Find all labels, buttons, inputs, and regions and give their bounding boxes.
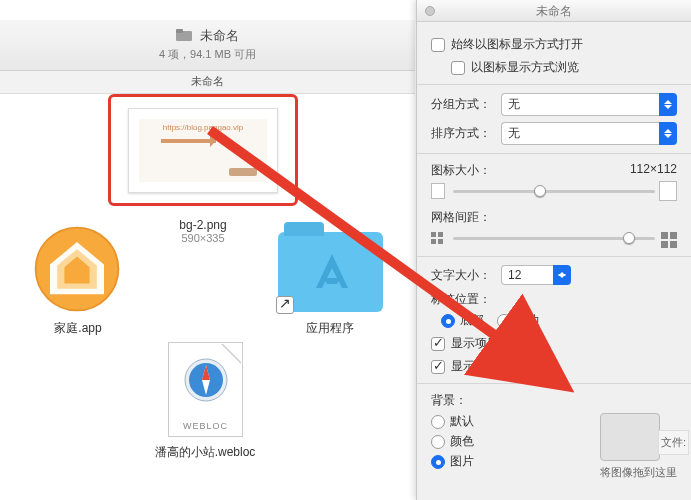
chevron-updown-icon bbox=[553, 265, 571, 285]
text-size-label: 文字大小： bbox=[431, 267, 501, 284]
small-page-icon bbox=[431, 183, 445, 199]
side-label: 文件: bbox=[658, 430, 689, 455]
show-info-checkbox[interactable]: 显示项目简介 bbox=[431, 335, 677, 352]
finder-window: 未命名 4 项，94.1 MB 可用 未命名 https://blog.pang… bbox=[0, 20, 415, 500]
window-title: 未命名 bbox=[200, 28, 239, 43]
view-options-panel: 未命名 始终以图标显示方式打开 以图标显示方式浏览 分组方式： 无 排序方式： … bbox=[416, 0, 691, 500]
home-app-label[interactable]: 家庭.app bbox=[8, 320, 148, 337]
bg-drop-hint: 将图像拖到这里 bbox=[600, 465, 677, 480]
close-dot[interactable] bbox=[425, 6, 435, 16]
webloc-tag: WEBLOC bbox=[169, 421, 242, 431]
large-page-icon bbox=[659, 181, 677, 201]
group-by-select[interactable]: 无 bbox=[501, 93, 677, 116]
bg-color-radio[interactable]: 颜色 bbox=[431, 433, 590, 450]
bg-image-radio[interactable]: 图片 bbox=[431, 453, 590, 470]
status-subtitle: 4 项，94.1 MB 可用 bbox=[0, 45, 415, 68]
icon-canvas[interactable]: https://blog.pangao.vip bg-2.png 590×335… bbox=[0, 94, 415, 494]
bg-default-radio[interactable]: 默认 bbox=[431, 413, 590, 430]
grid-spacing-label: 网格间距： bbox=[431, 209, 491, 226]
file-thumbnail[interactable]: https://blog.pangao.vip bbox=[128, 108, 278, 193]
inspector-titlebar[interactable]: 未命名 bbox=[417, 0, 691, 22]
grid-spacing-slider[interactable] bbox=[431, 230, 677, 246]
sort-by-label: 排序方式： bbox=[431, 125, 501, 142]
label-right-radio[interactable]: 右边 bbox=[497, 313, 540, 327]
applications-folder[interactable] bbox=[278, 232, 383, 312]
background-image-well[interactable] bbox=[600, 413, 660, 461]
webloc-file[interactable]: WEBLOC bbox=[168, 342, 243, 437]
group-by-label: 分组方式： bbox=[431, 96, 501, 113]
background-label: 背景： bbox=[431, 392, 677, 409]
safari-compass-icon bbox=[183, 357, 229, 403]
label-position-label: 标签位置： bbox=[431, 291, 677, 308]
sort-by-select[interactable]: 无 bbox=[501, 122, 677, 145]
apps-folder-label[interactable]: 应用程序 bbox=[260, 320, 400, 337]
path-bar[interactable]: 未命名 bbox=[0, 71, 415, 94]
finder-titlebar[interactable]: 未命名 4 项，94.1 MB 可用 bbox=[0, 20, 415, 71]
apps-a-icon bbox=[310, 250, 354, 294]
inspector-title: 未命名 bbox=[417, 0, 691, 22]
tight-grid-icon bbox=[431, 232, 443, 244]
file-name: bg-2.png bbox=[133, 218, 273, 232]
show-preview-checkbox[interactable]: 显示图标预览 bbox=[431, 358, 677, 375]
thumb-arrow bbox=[161, 139, 216, 143]
label-bottom-radio[interactable]: 底部 bbox=[441, 313, 484, 327]
icon-size-slider[interactable] bbox=[431, 183, 677, 199]
browse-icon-checkbox[interactable]: 以图标显示方式浏览 bbox=[451, 59, 677, 76]
always-icon-checkbox[interactable]: 始终以图标显示方式打开 bbox=[431, 36, 677, 53]
file-label[interactable]: bg-2.png 590×335 bbox=[133, 218, 273, 244]
icon-size-value: 112×112 bbox=[630, 162, 677, 179]
alias-badge-icon bbox=[276, 296, 294, 314]
home-app-icon[interactable] bbox=[32, 224, 122, 318]
thumb-url-text: https://blog.pangao.vip bbox=[139, 123, 267, 132]
text-size-select[interactable]: 12 bbox=[501, 265, 571, 285]
chevron-updown-icon bbox=[659, 122, 677, 145]
thumb-button bbox=[229, 168, 257, 176]
svg-rect-1 bbox=[176, 29, 183, 33]
chevron-updown-icon bbox=[659, 93, 677, 116]
webloc-label[interactable]: 潘高的小站.webloc bbox=[135, 444, 275, 461]
folder-icon bbox=[176, 27, 192, 45]
loose-grid-icon bbox=[661, 232, 677, 248]
file-dimensions: 590×335 bbox=[133, 232, 273, 244]
icon-size-label: 图标大小： bbox=[431, 162, 491, 179]
